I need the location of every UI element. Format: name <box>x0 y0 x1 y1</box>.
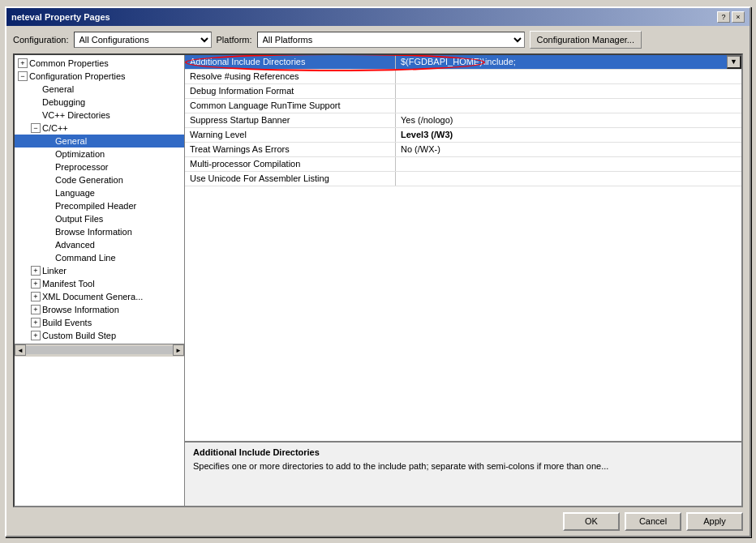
tree-item-label: General <box>55 136 87 146</box>
platform-label: Platform: <box>217 35 252 45</box>
prop-name: Resolve #using References <box>185 70 396 83</box>
tree-item-label: VC++ Directories <box>42 110 110 120</box>
sidebar-item-general[interactable]: General <box>15 83 184 96</box>
prop-value <box>396 157 741 171</box>
sidebar-item-manifest-tool[interactable]: Manifest Tool <box>15 277 184 290</box>
cancel-button[interactable]: Cancel <box>625 512 681 531</box>
tree-item-label: Browse Information <box>42 305 119 314</box>
tree-item-label: Optimization <box>55 149 105 159</box>
sidebar-item-language[interactable]: Language <box>15 186 184 199</box>
desc-title: Additional Include Directories <box>193 447 733 457</box>
expander-icon <box>18 71 28 81</box>
apply-button[interactable]: Apply <box>686 512 743 531</box>
title-bar-buttons: ? × <box>717 11 745 23</box>
close-button[interactable]: × <box>732 11 745 23</box>
sidebar-item-linker[interactable]: Linker <box>15 264 184 277</box>
bottom-bar: OK Cancel Apply <box>6 507 750 536</box>
platform-select[interactable]: All Platforms <box>257 32 525 48</box>
prop-value <box>396 70 741 83</box>
prop-name: Common Language RunTime Support <box>185 99 396 113</box>
table-row[interactable]: Treat Warnings As Errors No (/WX-) <box>185 143 741 157</box>
expander-icon <box>31 318 41 327</box>
tree-item-label: Precompiled Header <box>55 201 136 211</box>
prop-name: Treat Warnings As Errors <box>185 143 396 156</box>
sidebar-item-code-gen[interactable]: Code Generation <box>15 173 184 186</box>
prop-value <box>396 99 741 113</box>
table-row[interactable]: Resolve #using References <box>185 70 741 84</box>
sidebar-item-browse-info[interactable]: Browse Information <box>15 225 184 238</box>
sidebar-item-output-files[interactable]: Output Files <box>15 212 184 225</box>
tree-item-label: Language <box>55 188 95 198</box>
tree-item-label: Preprocessor <box>55 162 108 172</box>
table-row[interactable]: Additional Include Directories $(FGDBAPI… <box>185 55 741 70</box>
table-row[interactable]: Warning Level Level3 (/W3) <box>185 128 741 143</box>
prop-name-add-include: Additional Include Directories <box>185 55 396 69</box>
sidebar-item-custom-build[interactable]: Custom Build Step <box>15 329 184 342</box>
sidebar-item-debugging[interactable]: Debugging <box>15 96 184 109</box>
expander-icon <box>31 305 41 314</box>
sidebar-item-browse-info2[interactable]: Browse Information <box>15 303 184 316</box>
table-row[interactable]: Common Language RunTime Support <box>185 99 741 113</box>
expander-icon <box>31 331 41 340</box>
prop-value: Level3 (/W3) <box>396 128 741 142</box>
prop-value: Yes (/nologo) <box>396 113 741 127</box>
tree-item-label: Common Properties <box>29 58 109 68</box>
prop-name: Warning Level <box>185 128 396 142</box>
sidebar-item-cmd-line[interactable]: Command Line <box>15 251 184 264</box>
prop-name: Multi-processor Compilation <box>185 157 396 171</box>
prop-name: Debug Information Format <box>185 84 396 98</box>
tree-item-label: Linker <box>42 266 67 276</box>
prop-value-add-include: $(FGDBAPI_HOME)\include; ▼ <box>396 55 741 69</box>
title-bar: neteval Property Pages ? × <box>6 8 750 26</box>
table-row[interactable]: Use Unicode For Assembler Listing <box>185 172 741 186</box>
table-row[interactable]: Multi-processor Compilation <box>185 157 741 172</box>
tree-item-label: Browse Information <box>55 227 132 237</box>
prop-dropdown-button[interactable]: ▼ <box>727 55 741 69</box>
expander-icon <box>31 279 41 289</box>
tree-item-label: Command Line <box>55 253 116 263</box>
toolbar: Configuration: All Configurations Platfo… <box>6 26 750 53</box>
ok-button[interactable]: OK <box>563 512 620 531</box>
tree-item-label: General <box>42 84 74 94</box>
scroll-left-button[interactable]: ◄ <box>15 344 26 356</box>
table-row[interactable]: Suppress Startup Banner Yes (/nologo) <box>185 113 741 128</box>
tree-item-label: XML Document Genera... <box>42 292 143 301</box>
tree-item-label: C/C++ <box>42 123 68 133</box>
scroll-right-button[interactable]: ► <box>173 344 184 356</box>
scroll-track <box>26 346 173 354</box>
prop-value: No (/WX-) <box>396 143 741 156</box>
help-button[interactable]: ? <box>717 11 730 23</box>
config-manager-button[interactable]: Configuration Manager... <box>530 31 642 49</box>
tree-item-label: Output Files <box>55 214 103 224</box>
content-area: Common Properties Configuration Properti… <box>13 53 743 507</box>
prop-value <box>396 84 741 98</box>
expander-icon <box>31 292 41 301</box>
properties-grid: Additional Include Directories $(FGDBAPI… <box>185 55 741 441</box>
tree-item-label: Configuration Properties <box>29 71 126 81</box>
sidebar-item-cpp[interactable]: C/C++ <box>15 122 184 135</box>
sidebar-item-vcpp-dirs[interactable]: VC++ Directories <box>15 109 184 122</box>
tree-item-label: Manifest Tool <box>42 279 95 289</box>
sidebar-item-common-props[interactable]: Common Properties <box>15 57 184 70</box>
expander-icon <box>31 266 41 276</box>
table-row[interactable]: Debug Information Format <box>185 84 741 99</box>
sidebar-item-optimization[interactable]: Optimization <box>15 148 184 160</box>
prop-value <box>396 172 741 186</box>
sidebar-item-config-props[interactable]: Configuration Properties <box>15 70 184 83</box>
sidebar-item-preprocessor[interactable]: Preprocessor <box>15 160 184 173</box>
sidebar-item-precomp-hdr[interactable]: Precompiled Header <box>15 199 184 212</box>
config-select[interactable]: All Configurations <box>74 32 212 48</box>
desc-text: Specifies one or more directories to add… <box>193 460 733 472</box>
dialog-title: neteval Property Pages <box>11 12 110 22</box>
property-pages-dialog: neteval Property Pages ? × Configuration… <box>5 6 751 537</box>
tree-item-label: Debugging <box>42 97 85 107</box>
prop-name: Suppress Startup Banner <box>185 113 396 127</box>
expander-icon <box>31 123 41 133</box>
config-label: Configuration: <box>13 35 69 45</box>
sidebar-item-cpp-general[interactable]: General <box>15 135 184 148</box>
sidebar-item-advanced[interactable]: Advanced <box>15 238 184 251</box>
sidebar-item-build-events[interactable]: Build Events <box>15 316 184 329</box>
expander-icon <box>18 58 28 68</box>
left-panel: Common Properties Configuration Properti… <box>15 55 185 506</box>
sidebar-item-xml-doc[interactable]: XML Document Genera... <box>15 290 184 303</box>
